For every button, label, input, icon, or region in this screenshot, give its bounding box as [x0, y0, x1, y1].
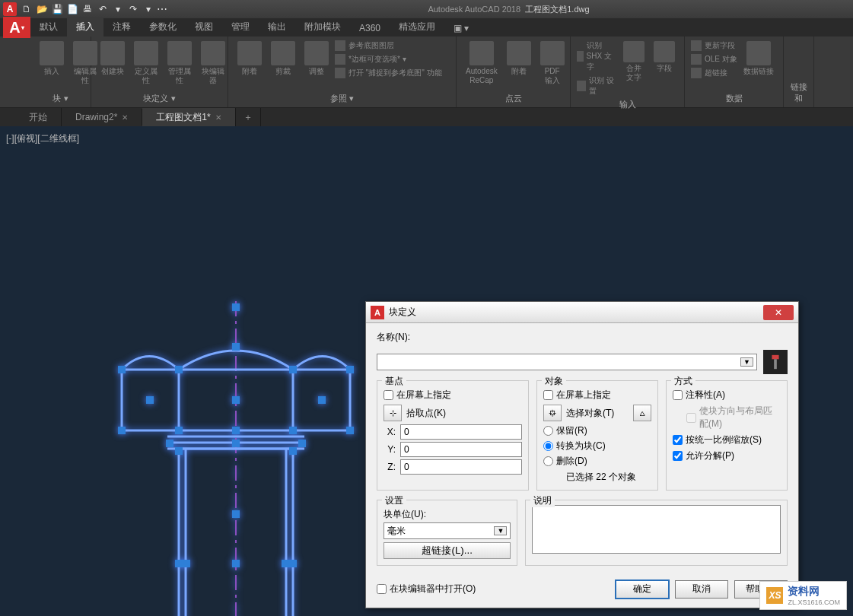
- ribbon-manage-attr-button[interactable]: 管理属性: [164, 40, 195, 87]
- drawing-canvas[interactable]: [-][俯视][二维线框]: [0, 126, 853, 616]
- svg-rect-14: [175, 366, 183, 373]
- y-input[interactable]: [400, 442, 522, 457]
- ribbon-combine-text-button[interactable]: 合并文字: [620, 40, 648, 84]
- doctab-add[interactable]: ＋: [236, 108, 261, 127]
- tab-featured[interactable]: 精选应用: [390, 17, 444, 37]
- doctab-drawing2[interactable]: Drawing2*✕: [62, 109, 142, 125]
- tab-manage[interactable]: 管理: [222, 17, 259, 37]
- tab-annotate[interactable]: 注释: [103, 17, 140, 37]
- dialog-titlebar[interactable]: A 块定义 ✕: [366, 302, 798, 323]
- svg-rect-20: [318, 396, 326, 404]
- tab-output[interactable]: 输出: [259, 17, 295, 37]
- qat-undo-drop-icon[interactable]: ▾: [111, 2, 125, 16]
- ribbon-panel-reference-label: 参照 ▾: [234, 91, 450, 106]
- objects-onscreen-checkbox[interactable]: [543, 390, 553, 400]
- ribbon-insert-block-button[interactable]: 插入: [37, 40, 67, 78]
- ribbon-ole-object[interactable]: OLE 对象: [691, 53, 737, 65]
- group-basepoint: 基点 在屏幕上指定 ⊹ 拾取点(K) X: Y: Z:: [377, 380, 529, 491]
- ribbon-def-attr-button[interactable]: 定义属性: [131, 40, 161, 87]
- ribbon-panel-blockdef-label: 块定义 ▾: [97, 91, 221, 106]
- tab-addins[interactable]: 附加模块: [295, 17, 350, 37]
- ribbon-datalink-button[interactable]: 数据链接: [740, 40, 777, 78]
- chevron-down-icon[interactable]: ▼: [740, 357, 753, 367]
- ribbon-underlay-layers[interactable]: 参考底图图层: [335, 40, 442, 52]
- allow-explode-checkbox[interactable]: [673, 451, 683, 461]
- ribbon-pdf-import-button[interactable]: PDF 输入: [537, 40, 568, 87]
- ribbon-clip-button[interactable]: 剪裁: [268, 40, 298, 78]
- doctab-start[interactable]: 开始: [15, 108, 62, 127]
- x-input[interactable]: [400, 424, 522, 440]
- open-in-editor-label: 在块编辑器中打开(O): [390, 583, 476, 595]
- ribbon-field-button[interactable]: 字段: [651, 40, 678, 75]
- qat-saveas-icon[interactable]: 📄: [65, 2, 79, 16]
- close-icon[interactable]: ✕: [122, 113, 128, 122]
- qat-overflow-icon[interactable]: ⋯: [157, 2, 167, 16]
- tab-parametric[interactable]: 参数化: [140, 17, 186, 37]
- group-settings-title: 设置: [382, 494, 406, 507]
- tab-view[interactable]: 视图: [186, 17, 222, 37]
- retain-radio[interactable]: [543, 426, 553, 436]
- ribbon-pc-attach-button[interactable]: 附着: [504, 40, 534, 78]
- ribbon-block-editor-button[interactable]: 块编辑器: [198, 40, 228, 87]
- tab-extra-icon[interactable]: ▣ ▾: [444, 20, 478, 37]
- hyperlink-button[interactable]: 超链接(L)...: [384, 542, 511, 559]
- ribbon-attach-button[interactable]: 附着: [234, 40, 265, 78]
- ribbon-panel-pointcloud: Autodesk ReCap 附着 PDF 输入 点云: [457, 37, 571, 107]
- ok-button[interactable]: 确定: [616, 580, 669, 599]
- selected-bolt-drawing[interactable]: [107, 301, 365, 616]
- watermark: XS 资料网 ZL.XS1616.COM: [759, 581, 847, 610]
- ribbon-recap-button[interactable]: Autodesk ReCap: [463, 40, 501, 87]
- dialog-close-button[interactable]: ✕: [763, 305, 794, 320]
- cancel-button[interactable]: 取消: [675, 580, 728, 599]
- qat-save-icon[interactable]: 💾: [50, 2, 64, 16]
- qat-redo-drop-icon[interactable]: ▾: [142, 2, 155, 16]
- selection-count-label: 已选择 22 个对象: [566, 471, 651, 484]
- ribbon-recog-shx[interactable]: 识别 SHX 文字: [577, 40, 617, 73]
- explode-label: 允许分解(P): [686, 449, 734, 462]
- block-unit-select[interactable]: 毫米 ▼: [384, 522, 511, 539]
- doctab-engineering1[interactable]: 工程图文档1*✕: [142, 108, 235, 127]
- select-objects-button[interactable]: ⯐: [543, 405, 562, 421]
- block-preview-icon: [763, 350, 788, 374]
- basepoint-onscreen-checkbox[interactable]: [384, 390, 393, 400]
- open-in-editor-checkbox[interactable]: [377, 584, 387, 594]
- dialog-title: 块定义: [389, 306, 763, 319]
- chevron-down-icon[interactable]: ▼: [494, 526, 507, 535]
- ribbon-adjust-button[interactable]: 调整: [301, 40, 332, 78]
- ribbon-recog-settings[interactable]: 识别 设置: [577, 75, 617, 97]
- delete-radio[interactable]: [543, 456, 553, 466]
- group-description: 说明: [525, 500, 788, 566]
- close-icon[interactable]: ✕: [215, 113, 221, 122]
- convert-radio[interactable]: [543, 441, 553, 451]
- qat-plot-icon[interactable]: 🖶: [81, 2, 94, 16]
- block-unit-label: 块单位(U):: [384, 508, 511, 521]
- pick-point-button[interactable]: ⊹: [384, 405, 402, 421]
- description-textarea[interactable]: [532, 505, 781, 554]
- tab-default[interactable]: 默认: [30, 17, 67, 37]
- qat-new-icon[interactable]: 🗋: [20, 2, 33, 16]
- qat-open-icon[interactable]: 📂: [35, 2, 49, 16]
- ribbon-create-block-button[interactable]: 创建块: [97, 40, 128, 78]
- tab-a360[interactable]: A360: [350, 20, 390, 37]
- z-input[interactable]: [400, 459, 522, 475]
- annotative-checkbox[interactable]: [673, 390, 683, 400]
- uniform-scale-checkbox[interactable]: [673, 435, 683, 445]
- app-menu-button[interactable]: A▾: [3, 17, 30, 38]
- svg-rect-15: [232, 343, 240, 351]
- z-label: Z:: [384, 462, 396, 472]
- block-name-combo[interactable]: ▼: [377, 354, 757, 370]
- ribbon-panel-linking-label: 链接和: [790, 80, 807, 106]
- tab-insert[interactable]: 插入: [67, 17, 103, 37]
- svg-rect-48: [774, 359, 777, 369]
- viewport-label[interactable]: [-][俯视][二维线框]: [6, 132, 79, 145]
- qat-undo-icon[interactable]: ↶: [96, 2, 110, 16]
- title-text: Autodesk AutoCAD 2018 工程图文档1.dwg: [167, 4, 850, 15]
- ribbon-snap-underlay[interactable]: 打开 "捕捉到参考底图" 功能: [335, 67, 442, 79]
- qat-redo-icon[interactable]: ↷: [126, 2, 140, 16]
- ribbon-update-field[interactable]: 更新字段: [691, 40, 737, 52]
- ribbon-hyperlink[interactable]: 超链接: [691, 67, 737, 79]
- svg-rect-31: [232, 510, 240, 518]
- quick-select-button[interactable]: 🜂: [633, 405, 651, 421]
- ribbon-panel-data-label: 数据: [691, 91, 777, 106]
- ribbon-frames-vary[interactable]: *边框可变选项* ▾: [335, 53, 442, 65]
